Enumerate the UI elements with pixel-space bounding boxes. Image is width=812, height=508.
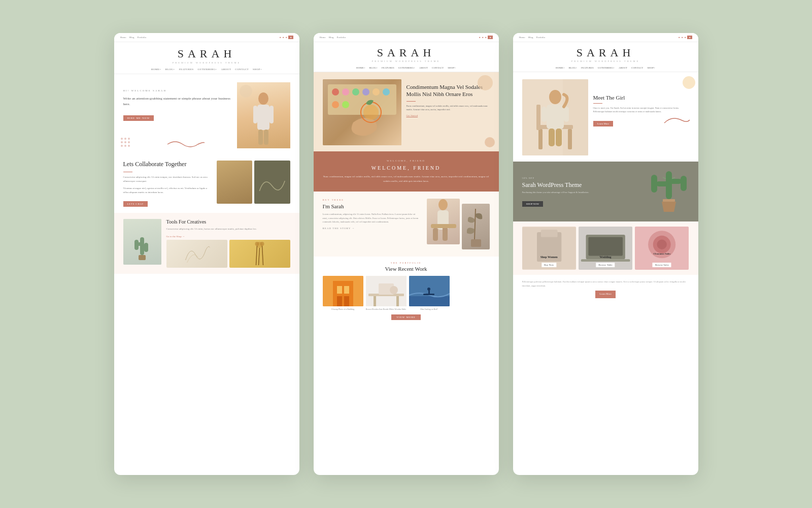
svg-rect-59 xyxy=(409,296,450,306)
s3-shop-sub: Purchasing this theme you take advantage… xyxy=(522,191,644,194)
s2-interior-svg xyxy=(366,276,407,306)
s3-hero-btn[interactable]: Learn More xyxy=(593,121,614,126)
svg-line-44 xyxy=(475,209,476,239)
svg-rect-48 xyxy=(337,286,342,294)
svg-rect-5 xyxy=(264,130,268,145)
s3-footer-btn[interactable]: Learn More xyxy=(595,291,616,298)
svg-point-34 xyxy=(383,88,390,96)
svg-rect-41 xyxy=(433,228,438,241)
s2-hero-text: Condimentum Magna Vel Sodales Mollis Nis… xyxy=(407,79,490,145)
s2-recent-title: View Recent Work xyxy=(323,266,490,272)
screens-container: Home Blog Portfolio ● ● ● ● SARAH PREMIU… xyxy=(84,13,729,495)
s2-hero-title: Condimentum Magna Vel Sodales Mollis Nis… xyxy=(407,83,490,98)
s2-recent-label: THE PORTFOLIO xyxy=(323,262,490,264)
svg-point-35 xyxy=(332,101,339,108)
s2-about-link[interactable]: READ THE STORY → xyxy=(323,227,421,230)
s3-hero-title: Meet The Girl xyxy=(593,94,689,101)
svg-rect-72 xyxy=(564,107,569,122)
s1-hero: HI! WELCOME SARAH Write an attention-gra… xyxy=(114,74,299,154)
hero-figure-svg xyxy=(248,92,279,148)
svg-point-69 xyxy=(549,90,561,104)
s1-chat-btn[interactable]: LETS CHAT xyxy=(123,201,148,207)
svg-point-30 xyxy=(342,88,349,96)
svg-point-14 xyxy=(128,145,130,147)
s1-tools-img3 xyxy=(229,240,290,268)
s2-work-img2[interactable] xyxy=(366,276,407,306)
s1-tools-body: Consectetur adipiscing elit. Ut enim, lu… xyxy=(166,227,290,231)
svg-rect-49 xyxy=(344,286,349,294)
svg-rect-45 xyxy=(471,239,481,247)
svg-rect-66 xyxy=(538,129,543,149)
svg-point-13 xyxy=(124,145,126,147)
s3-prod1-btn[interactable]: Buy Now xyxy=(542,263,556,267)
svg-point-36 xyxy=(342,101,349,108)
s1-collab-images xyxy=(217,161,290,207)
svg-rect-70 xyxy=(547,105,564,129)
s3-prod2-btn[interactable]: Browse Table xyxy=(596,263,615,267)
s3-shop-title: Sarah WordPress Theme xyxy=(522,181,644,189)
s3-menu: HOME+ BLOG+ FEATURES GUTENBERG+ ABOUT CO… xyxy=(513,65,698,72)
s3-footer-text: Pellentesque pulvinar pellentesque habit… xyxy=(522,280,689,288)
s2-hero-divider xyxy=(407,101,416,102)
s2-work-item-2: Brown Wooden Seat Beside White Wooden Ta… xyxy=(366,276,407,310)
s3-logo-sub: PREMIUM WORDPRESS THEME xyxy=(513,60,698,62)
s1-hero-image xyxy=(237,82,290,148)
s2-shape1 xyxy=(478,75,493,90)
s3-footer-section: Pellentesque pulvinar pellentesque habit… xyxy=(513,275,698,303)
svg-rect-79 xyxy=(681,176,687,191)
svg-rect-20 xyxy=(144,243,148,252)
s2-about-text: HEY THERE I'm Sarah Lorem condimentum, a… xyxy=(323,199,421,249)
s1-collab-img1 xyxy=(217,161,253,204)
s3-social-icons: ● ● ● ● xyxy=(678,36,692,39)
s1-flowers-svg xyxy=(229,240,290,268)
s2-work-img1[interactable] xyxy=(323,276,363,306)
s2-welcome-title: WELCOME, FRIEND xyxy=(323,165,490,171)
s2-work-img3[interactable] xyxy=(409,276,450,306)
s3-product-1: Shop Women Buy Now xyxy=(522,227,576,270)
s1-collab-title: Lets Collaborate Together xyxy=(123,161,212,169)
svg-line-26 xyxy=(256,246,257,265)
svg-rect-4 xyxy=(258,130,263,145)
s3-prod3-btn[interactable]: Browse Sales xyxy=(653,263,671,267)
svg-point-11 xyxy=(128,141,130,143)
s2-painting-svg xyxy=(323,79,401,145)
s3-hero: Meet The Girl Once to meet you. I'm Sara… xyxy=(513,72,698,162)
screen-3: Home Blog Portfolio ● ● ● ● SARAH PREMIU… xyxy=(513,33,698,475)
s1-nav-links: Home Blog Portfolio xyxy=(120,36,147,39)
s1-tools-section: Tools For Creatives Consectetur adipisci… xyxy=(114,213,299,274)
s1-collaborate-section: Lets Collaborate Together Consectetur ad… xyxy=(114,154,299,213)
svg-point-7 xyxy=(124,138,126,140)
svg-point-6 xyxy=(121,138,123,140)
s2-about-label: HEY THERE xyxy=(323,199,421,201)
s3-cactus-svg xyxy=(649,169,689,214)
s3-shop-section: 50% OFF Sarah WordPress Theme Purchasing… xyxy=(513,162,698,221)
s1-social-icons: ● ● ● ● xyxy=(279,36,293,39)
screen-2: Home Blog Portfolio ● ● ● ● SARAH PREMIU… xyxy=(314,33,499,475)
s2-hero-link[interactable]: Get Started xyxy=(407,114,490,117)
s1-hi-label: HI! WELCOME SARAH xyxy=(123,89,232,92)
screen-1: Home Blog Portfolio ● ● ● ● SARAH PREMIU… xyxy=(114,33,299,475)
s2-hero-body: Purus condimentum, magna vel sodales mol… xyxy=(407,104,490,111)
s1-logo-sub: PREMIUM WORDPRESS THEME xyxy=(114,61,299,64)
svg-rect-89 xyxy=(581,259,630,262)
s3-redline xyxy=(662,113,692,128)
svg-point-31 xyxy=(352,88,359,96)
s3-shop-btn[interactable]: SHOP NOW xyxy=(522,201,544,207)
s2-building-svg xyxy=(323,276,363,306)
svg-point-29 xyxy=(332,88,339,96)
svg-line-27 xyxy=(262,246,263,265)
svg-rect-54 xyxy=(374,296,376,306)
s1-logo-area: SARAH PREMIUM WORDPRESS THEME xyxy=(114,42,299,66)
s1-hire-btn[interactable]: HIRE ME NOW xyxy=(123,115,154,121)
s3-shop-text: 50% OFF Sarah WordPress Theme Purchasing… xyxy=(522,177,644,207)
svg-point-93 xyxy=(657,240,667,249)
s2-recent-work-section: THE PORTFOLIO View Recent Work xyxy=(314,257,499,326)
s2-menu: HOME+ BLOG+ FEATURES GUTENBERG+ ABOUT CO… xyxy=(314,65,499,72)
s2-see-more-btn[interactable]: VIEW MORE xyxy=(391,314,421,320)
svg-point-23 xyxy=(255,242,259,246)
svg-point-10 xyxy=(124,141,126,143)
svg-rect-47 xyxy=(333,281,353,306)
s2-about-images xyxy=(427,199,490,249)
s1-tools-link[interactable]: Go to the Shop → xyxy=(166,235,290,238)
s2-hero-image xyxy=(323,79,401,145)
